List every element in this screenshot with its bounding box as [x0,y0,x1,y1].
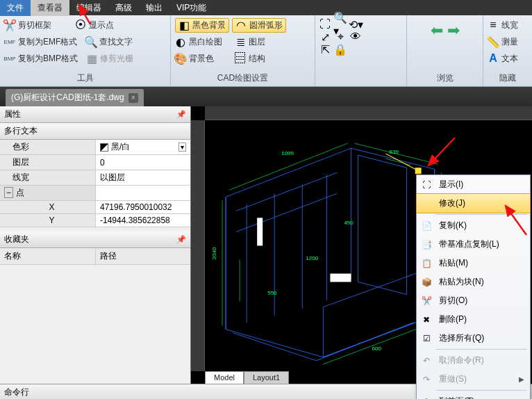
tab-model[interactable]: Model [205,371,244,384]
lock-icon[interactable]: 🔒 [335,44,346,55]
side-panel: 属性📌 多行文本 色彩黑/白▾ 图层0 线宽以图层 −点 X47196.7950… [0,106,191,384]
dropdown-icon[interactable]: ▾ [178,142,186,152]
bw-draw-button[interactable]: 黑白绘图 [189,36,222,48]
menu-advanced[interactable]: 高级 [108,0,139,16]
rotate-icon[interactable]: ⟲▾ [350,19,361,30]
document-tab[interactable]: (G)厨柜设计CAD图纸-1套.dwg × [6,89,144,106]
fav-col-path[interactable]: 路径 [96,248,121,264]
scissors-icon: ✂️ [4,19,15,31]
menu-file[interactable]: 文件 [0,0,31,16]
show-point-button[interactable]: 显示点 [89,19,114,31]
group-title-tools: 工具 [4,70,166,86]
target-icon[interactable]: ⌖ [335,31,346,42]
tab-close-button[interactable]: × [128,93,138,103]
ctx-selectall[interactable]: ☑选择所有(Q) [417,329,530,348]
ctx-show[interactable]: ⛶显示(I) [417,175,530,194]
find-icon: 🔍 [85,36,97,47]
prop-y-key: Y [0,214,96,227]
trim-halo-button: 修剪光栅 [100,53,133,65]
svg-text:450: 450 [344,220,354,226]
nav-icon-1[interactable]: ⛶ [319,19,331,30]
copy-emf-button[interactable]: 复制为EMF格式 [18,36,77,48]
black-bg-button[interactable]: ◧ 黑色背景 [175,18,229,33]
arrow-right-icon[interactable]: ➡ [447,22,460,40]
prop-point-group[interactable]: −点 [0,186,96,200]
ruler-vertical [191,120,205,371]
smooth-arc-button[interactable]: ◠ 圆滑弧形 [232,18,286,33]
menu-viewer[interactable]: 查看器 [31,0,69,16]
prop-y-value[interactable]: -14944.385622858 [96,214,190,227]
submenu-arrow-icon: ▶ [519,375,524,383]
text-button[interactable]: 文本 [501,53,518,65]
selection-grip [415,168,422,174]
arc-icon: ◠ [235,19,247,31]
group-title-cad: CAD绘图设置 [175,70,310,86]
ribbon: ✂️ 剪切框架 ⦿ 显示点 EMF 复制为EMF格式 🔍 查找文字 BMP 复制… [0,15,532,87]
lw-icon: ≡ [488,19,499,31]
menu-output[interactable]: 输出 [139,0,169,16]
ctx-copybase[interactable]: 📑带基准点复制(L) [417,235,530,254]
ctx-front[interactable]: ⬆到前面(T) [417,392,530,399]
prop-layer-key: 图层 [0,155,96,170]
layer-button[interactable]: 图层 [249,36,265,48]
clip-frame-button[interactable]: 剪切框架 [18,19,51,31]
bmp-icon: BMP [4,53,15,64]
expand-icon: ⛶ [419,179,433,190]
prop-linew-value[interactable]: 以图层 [96,170,190,185]
bw-icon: ◐ [175,36,186,47]
ctx-pasteblock[interactable]: 📦粘贴为块(N) [417,272,530,291]
object-type[interactable]: 多行文本 [0,123,190,140]
arrow-left-icon[interactable]: ⬅ [431,22,443,40]
copy-bmp-button[interactable]: 复制为BMP格式 [18,53,78,65]
front-icon: ⬆ [419,396,433,400]
svg-text:550: 550 [267,290,277,296]
ctx-redo: ↷重做(S)▶ [417,370,530,389]
zoom-icon[interactable]: 🔍▾ [335,19,346,30]
fav-col-name[interactable]: 名称 [0,248,96,264]
cut-icon: ✂️ [419,295,433,307]
svg-text:839: 839 [390,149,399,155]
find-text-button[interactable]: 查找文字 [99,36,133,48]
prop-color-key: 色彩 [0,140,96,154]
prop-layer-value[interactable]: 0 [96,155,190,170]
bgcolor-button[interactable]: 背景色 [189,53,214,65]
pasteblock-icon: 📦 [419,277,433,288]
paste-icon: 📋 [419,258,433,269]
menu-editor[interactable]: 编辑器 [69,0,108,16]
bgcolor-icon: 🎨 [175,53,186,64]
nav-icon-2[interactable]: ⤢ [319,31,331,42]
menu-bar: 文件 查看器 编辑器 高级 输出 VIP功能 [0,0,532,15]
svg-line-10 [386,154,418,170]
copybase-icon: 📑 [419,239,433,250]
colorswatch-icon [100,143,108,152]
ctx-modify[interactable]: 修改(J) [416,193,531,213]
blackbg-icon: ◧ [178,19,190,31]
document-tabbar: (G)厨柜设计CAD图纸-1套.dwg × [0,87,532,106]
ctx-paste[interactable]: 📋粘贴(M) [417,254,530,272]
prop-x-value[interactable]: 47196.7950010032 [96,201,190,213]
view-icon[interactable]: 👁 [350,31,361,42]
undo-icon: ↶ [419,355,433,366]
ctx-delete[interactable]: ✖删除(P) [417,310,530,329]
pin-icon-2[interactable]: 📌 [176,235,186,244]
tab-layout1[interactable]: Layout1 [244,371,289,384]
selectall-icon: ☑ [419,333,433,344]
measure-button[interactable]: 测量 [501,36,518,48]
menu-vip[interactable]: VIP功能 [169,0,213,16]
structure-icon: ⿳ [235,53,246,64]
structure-button[interactable]: 结构 [249,53,265,65]
emf-icon: EMF [4,36,15,47]
nav-icon-3[interactable]: ⇱ [319,44,331,55]
layout-tabs: Model Layout1 [205,371,289,384]
delete-icon: ✖ [419,314,433,325]
linewidth-button[interactable]: 线宽 [501,19,518,31]
group-title-hide: 隐藏 [488,70,528,86]
ctx-copy[interactable]: 📄复制(K) [417,216,530,235]
ctx-cut[interactable]: ✂️剪切(O) [417,291,530,310]
svg-text:1099: 1099 [281,150,294,156]
svg-rect-8 [330,274,351,282]
pin-icon[interactable]: 📌 [176,110,186,119]
redo-icon: ↷ [419,374,433,385]
svg-text:2040: 2040 [211,247,217,259]
prop-color-value[interactable]: 黑/白▾ [96,140,190,154]
